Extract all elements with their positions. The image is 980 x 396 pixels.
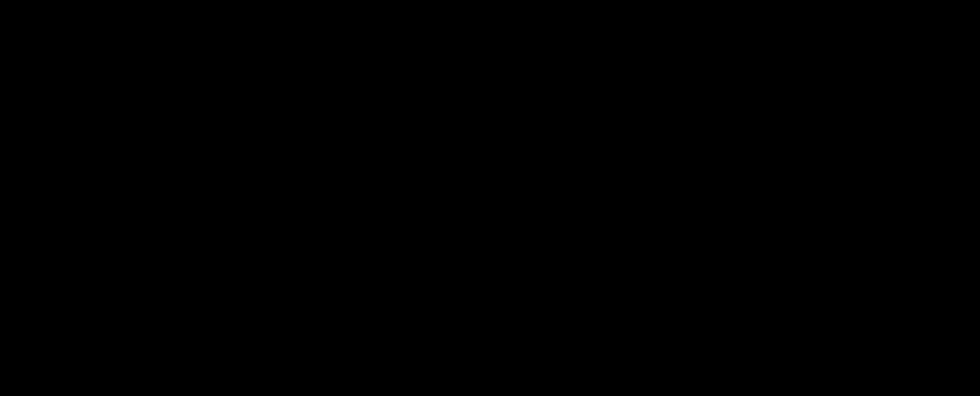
terminal-output [0, 0, 980, 85]
